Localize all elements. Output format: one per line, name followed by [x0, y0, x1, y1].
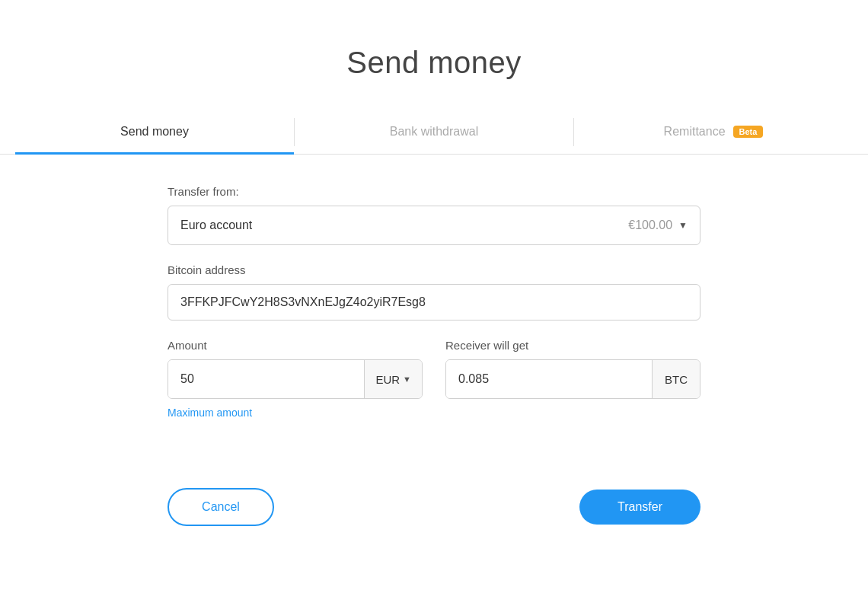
page-title: Send money	[346, 46, 522, 80]
account-balance: €100.00	[628, 218, 672, 232]
tabs-nav: Send money Bank withdrawal Remittance Be…	[0, 110, 868, 155]
amount-input[interactable]	[168, 360, 364, 398]
amount-group: Amount EUR ▼ Maximum amount	[168, 339, 423, 419]
receiver-amount-input[interactable]	[446, 360, 652, 398]
cancel-button[interactable]: Cancel	[168, 488, 274, 526]
max-amount-link[interactable]: Maximum amount	[168, 407, 252, 419]
bitcoin-address-label: Bitcoin address	[168, 263, 700, 276]
transfer-button[interactable]: Transfer	[579, 490, 700, 525]
receiver-label: Receiver will get	[445, 339, 700, 352]
amount-label: Amount	[168, 339, 423, 352]
tab-remittance[interactable]: Remittance Beta	[574, 111, 853, 155]
amount-input-wrapper: EUR ▼	[168, 359, 423, 399]
actions-row: Cancel Transfer	[15, 488, 853, 526]
tab-send-money[interactable]: Send money	[15, 111, 294, 155]
receiver-group: Receiver will get BTC	[445, 339, 700, 419]
bitcoin-address-group: Bitcoin address	[168, 263, 700, 321]
tab-remittance-label: Remittance	[664, 125, 726, 139]
form-container: Transfer from: Euro account €100.00 ▼ Bi…	[168, 155, 700, 450]
currency-arrow-icon: ▼	[403, 375, 411, 384]
amount-row: Amount EUR ▼ Maximum amount Receiver wil…	[168, 339, 700, 419]
transfer-from-group: Transfer from: Euro account €100.00 ▼	[168, 185, 700, 245]
tab-bank-withdrawal-label: Bank withdrawal	[390, 125, 479, 139]
tab-bank-withdrawal[interactable]: Bank withdrawal	[295, 111, 573, 155]
account-name: Euro account	[180, 218, 628, 232]
receiver-currency-label: BTC	[652, 360, 700, 398]
chevron-down-icon: ▼	[678, 220, 688, 231]
currency-selector[interactable]: EUR ▼	[364, 360, 422, 398]
receiver-input-wrapper: BTC	[445, 359, 700, 399]
bitcoin-address-input[interactable]	[168, 284, 700, 321]
transfer-from-label: Transfer from:	[168, 185, 700, 198]
currency-label: EUR	[375, 373, 400, 386]
account-selector[interactable]: Euro account €100.00 ▼	[168, 206, 700, 245]
beta-badge: Beta	[733, 126, 764, 138]
tab-send-money-label: Send money	[120, 125, 189, 139]
